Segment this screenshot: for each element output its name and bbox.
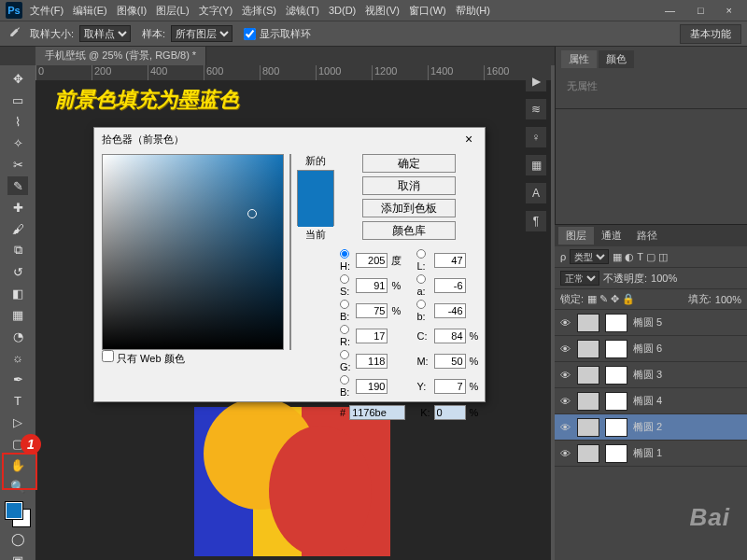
layer-kind-select[interactable]: 类型 <box>570 249 609 264</box>
fill-value[interactable]: 100% <box>715 294 741 305</box>
properties-tab[interactable]: 属性 <box>561 50 597 68</box>
window-close[interactable]: × <box>726 5 732 16</box>
color-picker-dialog: 拾色器（前景色） × 只有 Web 颜色 新的 当前 确定 取消 添加到色板 颜… <box>93 127 486 402</box>
visibility-icon[interactable]: 👁 <box>558 343 571 355</box>
layer-row[interactable]: 👁椭圆 6 <box>555 336 747 362</box>
layer-row[interactable]: 👁椭圆 2 <box>555 414 747 441</box>
layer-row[interactable]: 👁椭圆 1 <box>555 441 747 467</box>
menu-image[interactable]: 图像(I) <box>117 4 147 18</box>
layer-row[interactable]: 👁椭圆 4 <box>555 388 747 414</box>
foreground-color[interactable] <box>6 502 22 519</box>
channels-tab[interactable]: 通道 <box>594 227 629 245</box>
l-input[interactable] <box>434 253 466 268</box>
layer-row[interactable]: 👁椭圆 3 <box>555 362 747 388</box>
type-tool[interactable]: T <box>7 391 28 410</box>
g-radio[interactable] <box>340 350 349 359</box>
layers-tab[interactable]: 图层 <box>558 227 594 245</box>
workspace-button[interactable]: 基本功能 <box>680 24 741 44</box>
color-swatch[interactable] <box>6 502 30 526</box>
sample-select[interactable]: 所有图层 <box>171 25 233 42</box>
marquee-tool[interactable]: ▭ <box>7 91 28 109</box>
a-radio[interactable] <box>416 274 426 284</box>
color-tab[interactable]: 颜色 <box>599 50 634 68</box>
window-maximize[interactable]: □ <box>698 5 704 16</box>
color-field[interactable] <box>102 154 284 350</box>
hex-input[interactable] <box>349 405 405 420</box>
lab-b-input[interactable] <box>434 303 466 318</box>
m-input[interactable] <box>434 354 466 369</box>
h-input[interactable] <box>356 253 388 268</box>
s-radio[interactable] <box>340 274 349 284</box>
k-input[interactable] <box>434 405 466 420</box>
bc-radio[interactable] <box>340 375 349 385</box>
brush-tool[interactable]: 🖌 <box>7 219 28 238</box>
h-radio[interactable] <box>340 249 349 259</box>
menu-view[interactable]: 视图(V) <box>365 4 400 18</box>
menu-3d[interactable]: 3D(D) <box>329 5 356 16</box>
path-tool[interactable]: ▷ <box>7 413 28 431</box>
a-input[interactable] <box>434 278 466 293</box>
visibility-icon[interactable]: 👁 <box>558 317 571 329</box>
history-icon[interactable]: ≋ <box>526 99 546 119</box>
sample-size-select[interactable]: 取样点 <box>79 25 131 42</box>
web-only-checkbox[interactable] <box>102 350 114 362</box>
add-swatch-button[interactable]: 添加到色板 <box>362 199 456 217</box>
pen-tool[interactable]: ✒ <box>7 370 28 388</box>
lab-b-radio[interactable] <box>416 300 426 309</box>
menu-type[interactable]: 文字(Y) <box>199 4 233 18</box>
layer-row[interactable]: 👁椭圆 5 <box>555 310 747 336</box>
visibility-icon[interactable]: 👁 <box>558 448 571 459</box>
menu-window[interactable]: 窗口(W) <box>409 4 446 18</box>
r-radio[interactable] <box>340 325 349 334</box>
show-ring-checkbox[interactable] <box>244 28 256 40</box>
y-input[interactable] <box>434 379 466 394</box>
menu-layer[interactable]: 图层(L) <box>156 4 189 18</box>
document-tab[interactable]: 手机壁纸 @ 25% (背景, RGB/8) * <box>35 47 206 65</box>
g-input[interactable] <box>356 354 388 369</box>
window-minimize[interactable]: — <box>665 5 675 16</box>
ruler-horizontal: 02004006008001000120014001600 <box>35 65 551 80</box>
b-input[interactable] <box>356 303 388 318</box>
blur-tool[interactable]: ◔ <box>7 327 28 345</box>
ok-button[interactable]: 确定 <box>362 154 456 173</box>
hue-slider[interactable] <box>289 154 291 350</box>
lasso-tool[interactable]: ⌇ <box>7 112 28 131</box>
char-icon[interactable]: A <box>526 183 546 203</box>
bc-input[interactable] <box>356 379 388 394</box>
heal-tool[interactable]: ✚ <box>7 198 28 217</box>
r-input[interactable] <box>356 329 388 343</box>
swatches-icon[interactable]: ▦ <box>526 155 546 175</box>
screenmode-tool[interactable]: ▣ <box>7 551 28 560</box>
c-input[interactable] <box>434 329 466 343</box>
s-input[interactable] <box>356 278 388 293</box>
paths-tab[interactable]: 路径 <box>629 227 665 245</box>
l-radio[interactable] <box>416 249 426 259</box>
crop-tool[interactable]: ✂ <box>7 155 28 174</box>
move-tool[interactable]: ✥ <box>7 69 28 88</box>
wand-tool[interactable]: ✧ <box>7 133 28 152</box>
history-brush-tool[interactable]: ↺ <box>7 262 28 281</box>
visibility-icon[interactable]: 👁 <box>558 370 571 381</box>
gradient-tool[interactable]: ▦ <box>7 305 28 324</box>
blend-mode-select[interactable]: 正常 <box>560 271 599 286</box>
color-library-button[interactable]: 颜色库 <box>362 221 456 240</box>
opacity-value[interactable]: 100% <box>651 273 677 284</box>
para-icon[interactable]: ¶ <box>526 211 546 231</box>
visibility-icon[interactable]: 👁 <box>558 422 571 433</box>
menu-help[interactable]: 帮助(H) <box>456 4 490 18</box>
dodge-tool[interactable]: ☼ <box>7 348 28 367</box>
b-radio[interactable] <box>340 300 349 309</box>
menu-filter[interactable]: 滤镜(T) <box>286 4 319 18</box>
brush-panel-icon[interactable]: ♀ <box>526 127 546 147</box>
eraser-tool[interactable]: ◧ <box>7 284 28 302</box>
menu-file[interactable]: 文件(F) <box>30 4 63 18</box>
menu-edit[interactable]: 编辑(E) <box>73 4 107 18</box>
visibility-icon[interactable]: 👁 <box>558 396 571 407</box>
stamp-tool[interactable]: ⧉ <box>7 241 28 259</box>
eyedropper-tool[interactable]: ✎ <box>7 176 28 195</box>
cancel-button[interactable]: 取消 <box>362 176 456 195</box>
quickmask-tool[interactable]: ◯ <box>7 529 28 548</box>
menu-select[interactable]: 选择(S) <box>242 4 276 18</box>
dialog-close-button[interactable]: × <box>460 132 477 147</box>
play-icon[interactable]: ▶ <box>526 71 546 91</box>
